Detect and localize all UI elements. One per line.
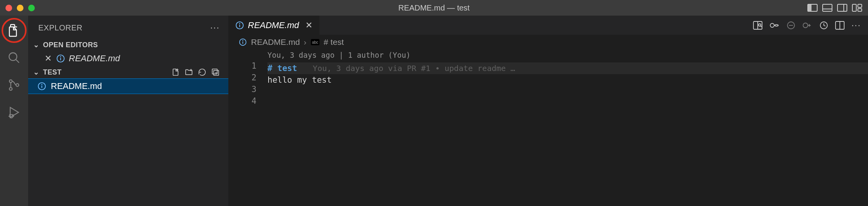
editor-group: README.md ✕: [228, 16, 868, 206]
titlebar: README.md — test: [0, 0, 868, 16]
svg-line-10: [16, 59, 19, 63]
line-number: 2: [228, 72, 256, 83]
chevron-down-icon: ⌄: [33, 41, 40, 49]
tab-label: README.md: [248, 20, 299, 30]
svg-point-13: [16, 83, 19, 86]
folder-name: TEST: [43, 68, 62, 76]
breadcrumb[interactable]: README.md › abc # test: [228, 35, 868, 49]
open-editors-label: OPEN EDITORS: [43, 41, 98, 49]
svg-line-17: [9, 114, 10, 115]
sidebar-title: EXPLORER: [38, 23, 82, 32]
info-icon: [235, 21, 244, 30]
split-editor-icon[interactable]: [835, 21, 845, 30]
info-icon: [38, 82, 46, 91]
svg-line-18: [13, 114, 13, 115]
code-line: hello my test: [267, 74, 868, 86]
svg-point-48: [243, 40, 243, 41]
editor-content[interactable]: You, 3 days ago | 1 author (You) # test …: [267, 49, 868, 206]
breadcrumb-file: README.md: [251, 37, 300, 47]
revision-history-icon[interactable]: [820, 21, 828, 30]
window-title: README.md — test: [0, 4, 868, 12]
annotation-circle: [2, 18, 27, 43]
chevron-down-icon: ⌄: [33, 68, 40, 76]
git-blame-annotation: You, 3 days ago via PR #1 • update readm…: [313, 62, 515, 74]
tabs-row: README.md ✕: [228, 16, 868, 35]
line-number: 4: [228, 95, 256, 107]
svg-point-12: [9, 87, 12, 90]
file-annotations-icon[interactable]: [769, 21, 780, 30]
editor-more-icon[interactable]: ···: [852, 20, 861, 30]
search-icon[interactable]: [6, 50, 22, 66]
open-editor-item[interactable]: ✕ README.md: [28, 52, 228, 66]
open-editors-header[interactable]: ⌄ OPEN EDITORS: [28, 38, 228, 52]
collapse-all-icon[interactable]: [211, 68, 220, 76]
folder-header[interactable]: ⌄ TEST: [28, 66, 228, 79]
codelens-authors[interactable]: You, 3 days ago | 1 author (You): [267, 49, 868, 61]
line-number: 3: [228, 83, 256, 95]
symbol-string-icon: abc: [310, 39, 320, 46]
run-debug-icon[interactable]: [6, 105, 22, 120]
open-preview-icon[interactable]: [753, 21, 762, 30]
svg-point-39: [770, 23, 774, 27]
source-control-icon[interactable]: [6, 77, 22, 93]
breadcrumb-symbol: # test: [324, 37, 344, 47]
file-name: README.md: [51, 81, 102, 91]
svg-point-21: [61, 57, 61, 57]
open-editor-filename: README.md: [69, 53, 120, 64]
editor-tab[interactable]: README.md ✕: [228, 16, 320, 35]
chevron-right-icon: ›: [304, 37, 307, 47]
svg-point-9: [9, 53, 17, 60]
close-icon[interactable]: ✕: [44, 53, 52, 64]
new-file-icon[interactable]: [171, 68, 180, 76]
svg-point-34: [240, 23, 240, 23]
refresh-icon[interactable]: [198, 68, 206, 76]
info-icon: [239, 38, 247, 46]
code-line: # test: [267, 62, 297, 74]
next-change-icon[interactable]: [802, 21, 812, 30]
line-number: 1: [228, 60, 256, 72]
svg-text:abc: abc: [312, 40, 318, 44]
svg-point-31: [42, 84, 42, 85]
svg-line-38: [760, 26, 762, 27]
line-number-gutter: 1 2 3 4: [228, 49, 267, 206]
explorer-sidebar: EXPLORER ··· ⌄ OPEN EDITORS ✕ README.md …: [28, 16, 228, 206]
info-icon: [56, 54, 65, 63]
close-icon[interactable]: ✕: [305, 20, 312, 30]
sidebar-more-icon[interactable]: ···: [210, 23, 220, 33]
prev-change-icon[interactable]: [787, 21, 795, 30]
svg-point-11: [9, 80, 12, 83]
new-folder-icon[interactable]: [185, 68, 193, 76]
activity-bar: [0, 16, 28, 206]
file-item[interactable]: README.md: [28, 79, 228, 94]
svg-point-42: [803, 23, 808, 28]
svg-point-37: [759, 24, 761, 26]
